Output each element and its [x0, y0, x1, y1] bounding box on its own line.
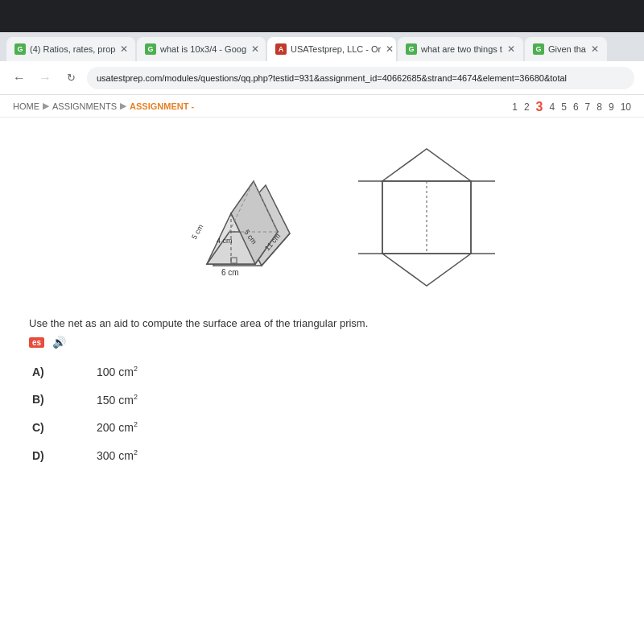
svg-rect-10 — [358, 181, 382, 254]
breadcrumb-home[interactable]: HOME — [13, 101, 39, 111]
back-button[interactable]: ← — [10, 68, 29, 88]
tab-favicon-2: G — [145, 43, 156, 55]
svg-marker-13 — [382, 254, 471, 286]
net-svg — [358, 137, 495, 298]
tab-label-3: USATestprep, LLC - Or — [291, 44, 381, 54]
choice-label-c: C) — [32, 421, 97, 434]
svg-marker-12 — [382, 149, 471, 181]
address-bar-row: ← → ↻ — [0, 61, 644, 95]
tab-label-5: Given tha — [548, 44, 586, 54]
tab-ratios[interactable]: G (4) Ratios, rates, prop ✕ — [6, 37, 135, 61]
lang-badge[interactable]: es — [29, 337, 44, 348]
qnum-4[interactable]: 4 — [550, 101, 555, 113]
choice-label-b: B) — [32, 393, 97, 406]
tab-close-5[interactable]: ✕ — [591, 43, 599, 55]
tab-usatestprep[interactable]: A USATestprep, LLC - Or ✕ — [267, 37, 396, 61]
svg-rect-11 — [471, 181, 495, 254]
qnum-5[interactable]: 5 — [561, 101, 567, 113]
qnum-6[interactable]: 6 — [573, 101, 579, 113]
qnum-9[interactable]: 9 — [609, 101, 614, 113]
qnum-2[interactable]: 2 — [524, 101, 530, 113]
figures-area: 5 cm 4 cm 5 cm 11 cm 6 cm — [16, 137, 628, 301]
tab-google-calc[interactable]: G what is 10x3/4 - Goog ✕ — [137, 37, 266, 61]
tab-favicon-5: G — [533, 43, 544, 55]
question-nav: 1 2 3 4 5 6 7 8 9 10 — [512, 100, 631, 114]
tab-favicon-4: G — [406, 43, 417, 55]
choice-text-d: 300 cm2 — [97, 448, 138, 462]
choice-text-c: 200 cm2 — [97, 420, 138, 434]
prism-svg: 5 cm 4 cm 5 cm 11 cm 6 cm — [149, 137, 310, 298]
qnum-10[interactable]: 10 — [621, 101, 631, 113]
choice-text-b: 150 cm2 — [97, 393, 138, 407]
question-text: Use the net as an aid to compute the sur… — [29, 317, 628, 329]
label-5cm-left: 5 cm — [190, 223, 204, 241]
forward-button[interactable]: → — [35, 68, 55, 88]
tab-bar: G (4) Ratios, rates, prop ✕ G what is 10… — [0, 32, 644, 61]
tab-label-1: (4) Ratios, rates, prop — [30, 44, 115, 54]
qnum-7[interactable]: 7 — [585, 101, 591, 113]
choice-row-d[interactable]: D) 300 cm2 — [32, 448, 628, 462]
tab-label-4: what are two things t — [421, 44, 502, 54]
choice-row-a[interactable]: A) 100 cm2 — [32, 365, 628, 378]
reload-button[interactable]: ↻ — [61, 68, 80, 88]
choice-label-a: A) — [32, 365, 97, 378]
prism-figure: 5 cm 4 cm 5 cm 11 cm 6 cm — [149, 137, 310, 301]
tab-close-3[interactable]: ✕ — [386, 43, 394, 55]
window-top — [0, 0, 644, 32]
browser-frame: G (4) Ratios, rates, prop ✕ G what is 10… — [0, 0, 644, 644]
qnum-3[interactable]: 3 — [536, 100, 543, 114]
breadcrumb-sep-2: ▶ — [120, 101, 126, 111]
main-content: HOME ▶ ASSIGNMENTS ▶ ASSIGNMENT - 1 2 3 … — [0, 95, 644, 644]
breadcrumb-current: ASSIGNMENT - — [130, 101, 194, 111]
breadcrumb-sep-1: ▶ — [43, 101, 49, 111]
tab-close-1[interactable]: ✕ — [120, 43, 128, 55]
audio-button[interactable]: 🔊 — [52, 336, 66, 349]
qnum-8[interactable]: 8 — [597, 101, 602, 113]
breadcrumb-assignments[interactable]: ASSIGNMENTS — [52, 101, 117, 111]
tab-two-things[interactable]: G what are two things t ✕ — [398, 37, 523, 61]
tab-label-2: what is 10x3/4 - Goog — [160, 44, 246, 54]
qnum-1[interactable]: 1 — [512, 101, 518, 113]
tab-close-4[interactable]: ✕ — [507, 43, 515, 55]
label-4cm: 4 cm — [217, 237, 233, 245]
tab-favicon-3: A — [275, 43, 287, 55]
choice-label-d: D) — [32, 449, 97, 462]
question-block: Use the net as an aid to compute the sur… — [29, 317, 628, 349]
tab-given[interactable]: G Given tha ✕ — [525, 37, 607, 61]
choice-row-b[interactable]: B) 150 cm2 — [32, 393, 628, 407]
tab-close-2[interactable]: ✕ — [251, 43, 259, 55]
net-figure — [358, 137, 495, 301]
label-6cm: 6 cm — [221, 268, 239, 277]
choices: A) 100 cm2 B) 150 cm2 C) 200 cm2 D) — [32, 365, 628, 462]
tab-favicon-1: G — [14, 43, 26, 55]
choice-row-c[interactable]: C) 200 cm2 — [32, 420, 628, 434]
choice-text-a: 100 cm2 — [97, 365, 138, 378]
address-input[interactable] — [87, 67, 634, 89]
